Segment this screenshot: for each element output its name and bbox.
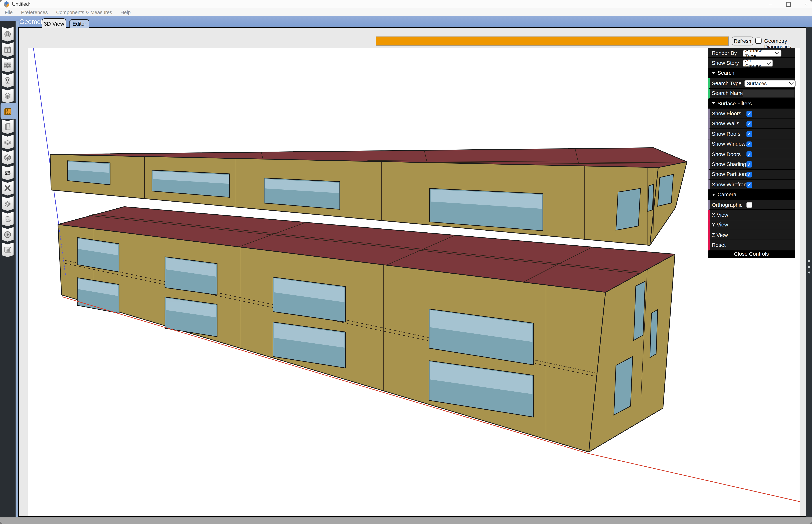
show-doors-checkbox[interactable]: ✓: [746, 151, 752, 157]
tab-3d-view[interactable]: 3D View: [42, 18, 66, 28]
geometry-diagnostics-checkbox[interactable]: [755, 37, 762, 44]
x-view-button[interactable]: X View: [708, 210, 795, 220]
sidebar-item-geometry[interactable]: [2, 104, 14, 118]
space-type-cube-icon: [3, 91, 12, 100]
3d-model-scene[interactable]: [28, 48, 799, 516]
chevron-down-icon: [775, 50, 779, 54]
splitter-grip-dot: [808, 266, 810, 268]
search-type-label: Search Type: [712, 80, 742, 86]
z-view-button[interactable]: Z View: [708, 230, 795, 240]
sidebar-item-constructions[interactable]: [2, 58, 14, 72]
search-header-label: Search: [717, 70, 734, 76]
search-type-select[interactable]: Surfaces: [744, 80, 795, 87]
show-story-row: Show Story All Stories: [708, 58, 795, 68]
chevron-down-icon: [789, 81, 793, 85]
show-wireframe-checkbox[interactable]: ✓: [746, 182, 752, 188]
sidebar-item-run-simulation[interactable]: [2, 227, 14, 242]
camera-section-header[interactable]: Camera: [708, 190, 795, 200]
menu-file[interactable]: File: [1, 10, 17, 15]
search-name-input[interactable]: [743, 90, 794, 97]
zones-cube-icon: [3, 153, 12, 162]
y-view-button[interactable]: Y View: [708, 220, 795, 230]
splitter-grip-dot: [808, 272, 810, 274]
sidebar-item-measures[interactable]: [2, 212, 14, 226]
refresh-button[interactable]: Refresh: [732, 36, 753, 45]
play-icon: [3, 230, 12, 239]
maximize-button[interactable]: [780, 0, 796, 8]
menu-preferences[interactable]: Preferences: [17, 10, 52, 15]
show-floors-checkbox[interactable]: ✓: [746, 111, 752, 117]
filter-label: Show Floors: [712, 111, 741, 116]
status-bar: [0, 517, 812, 524]
filter-row-show-doors: Show Doors✓: [708, 149, 795, 159]
reset-view-button[interactable]: Reset: [708, 240, 795, 250]
menu-components-measures[interactable]: Components & Measures: [52, 10, 116, 15]
sidebar-item-schedules[interactable]: [2, 42, 14, 57]
tab-editor[interactable]: Editor: [69, 19, 89, 28]
sidebar-item-simulation-settings[interactable]: [2, 196, 14, 211]
surface-filters-header[interactable]: Surface Filters: [708, 99, 795, 109]
chevron-down-icon: [767, 60, 771, 64]
filter-row-show-walls: Show Walls✓: [708, 119, 795, 129]
sidebar-item-output-variables[interactable]: [2, 181, 14, 195]
menu-help[interactable]: Help: [116, 10, 135, 15]
render-controls-panel: Render By Surface Type Show Story All St…: [708, 48, 795, 258]
bricks-icon: [3, 61, 12, 69]
z-view-label: Z View: [712, 232, 728, 238]
scroll-icon: [3, 215, 12, 224]
search-section-header[interactable]: Search: [708, 68, 795, 78]
filter-label: Show Partitions: [712, 171, 749, 177]
filter-label: Show Roofs: [712, 131, 740, 137]
orthographic-label: Orthographic: [712, 202, 742, 208]
show-walls-checkbox[interactable]: ✓: [746, 121, 752, 127]
collapse-triangle-icon: [712, 72, 715, 74]
search-type-row: Search Type Surfaces: [708, 78, 795, 88]
reset-label: Reset: [712, 242, 726, 248]
camera-header-label: Camera: [717, 192, 736, 197]
right-panel-splitter[interactable]: [806, 27, 812, 517]
show-roofs-checkbox[interactable]: ✓: [746, 131, 752, 137]
lower-building-block[interactable]: [58, 207, 675, 452]
sidebar-item-thermal-zones[interactable]: [2, 150, 14, 165]
orthographic-checkbox[interactable]: [746, 202, 752, 208]
calendar-icon: [3, 45, 12, 54]
gear-icon: [3, 199, 12, 208]
sidebar-item-spaces[interactable]: [2, 135, 14, 149]
filter-row-show-shading: Show Shading✓: [708, 159, 795, 169]
sidebar-item-hvac-systems[interactable]: [2, 165, 14, 180]
show-shading-checkbox[interactable]: ✓: [746, 162, 752, 167]
render-by-select[interactable]: Surface Type: [743, 50, 781, 57]
sidebar-item-site[interactable]: [2, 27, 14, 42]
show-story-label: Show Story: [712, 60, 739, 66]
menu-bar: File Preferences Components & Measures H…: [0, 8, 812, 16]
outlet-icon: [3, 76, 12, 85]
show-windows-checkbox[interactable]: ✓: [746, 141, 752, 147]
filter-label: Show Doors: [712, 151, 741, 157]
render-by-label: Render By: [712, 50, 737, 56]
render-by-row: Render By Surface Type: [708, 48, 795, 58]
maximize-icon: [786, 2, 791, 6]
hvac-loop-icon: [3, 168, 12, 177]
filter-row-show-roofs: Show Roofs✓: [708, 129, 795, 139]
show-story-select[interactable]: All Stories: [743, 60, 773, 67]
close-button[interactable]: ×: [798, 0, 812, 8]
title-bar: Untitled* – ×: [0, 0, 812, 8]
filter-row-show-floors: Show Floors✓: [708, 109, 795, 119]
sidebar-item-facility[interactable]: [2, 119, 14, 134]
show-partitions-checkbox[interactable]: ✓: [746, 171, 752, 178]
sidebar-item-results-summary[interactable]: [2, 243, 14, 257]
collapse-triangle-icon: [712, 193, 715, 196]
chart-icon: [3, 245, 12, 254]
minimize-button[interactable]: –: [763, 0, 778, 8]
x-mark-icon: [3, 184, 12, 193]
y-view-label: Y View: [712, 222, 728, 228]
sidebar-item-space-types[interactable]: [2, 88, 14, 103]
filter-label: Show Windows: [712, 141, 748, 147]
filter-row-show-partitions: Show Partitions✓: [708, 169, 795, 180]
close-controls-button[interactable]: Close Controls: [708, 250, 795, 258]
sidebar-item-loads[interactable]: [2, 73, 14, 88]
axis-z-line: [33, 48, 59, 225]
window-title: Untitled*: [12, 1, 31, 7]
search-name-row: Search Name: [708, 88, 795, 99]
tab-bar: [0, 16, 812, 28]
